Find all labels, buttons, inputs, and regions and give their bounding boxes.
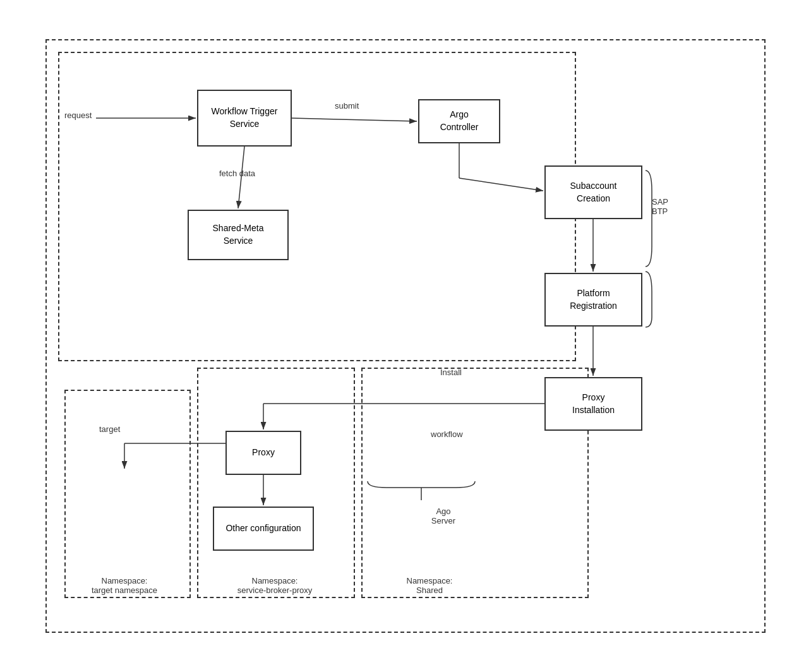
target-label: target bbox=[99, 424, 120, 434]
shared-meta-label: Shared-MetaService bbox=[213, 222, 264, 247]
proxy-box: Proxy bbox=[225, 431, 301, 475]
upper-region bbox=[58, 52, 576, 361]
platform-registration-label: PlatformRegistration bbox=[570, 287, 617, 312]
other-config-box: Other configuration bbox=[213, 507, 314, 551]
subaccount-creation-box: SubaccountCreation bbox=[544, 165, 642, 219]
workflow-label: workflow bbox=[431, 429, 463, 439]
argo-controller-box: ArgoController bbox=[418, 99, 500, 143]
install-label: Install bbox=[440, 368, 462, 377]
namespace-target-box bbox=[64, 390, 191, 598]
workflow-trigger-box: Workflow Trigger Service bbox=[197, 90, 292, 147]
ago-server-label: AgoServer bbox=[380, 507, 507, 525]
shared-meta-box: Shared-MetaService bbox=[188, 210, 289, 260]
other-config-label: Other configuration bbox=[225, 522, 301, 535]
platform-registration-box: PlatformRegistration bbox=[544, 273, 642, 327]
request-label: request bbox=[64, 111, 92, 120]
submit-label: submit bbox=[335, 101, 359, 111]
proxy-installation-box: ProxyInstallation bbox=[544, 377, 642, 431]
proxy-label: Proxy bbox=[252, 447, 275, 459]
argo-controller-label: ArgoController bbox=[440, 109, 479, 133]
fetch-data-label: fetch data bbox=[219, 169, 255, 178]
workflow-trigger-label: Workflow Trigger Service bbox=[198, 105, 291, 130]
namespace-target-label: Namespace:target namespace bbox=[68, 576, 181, 595]
proxy-installation-label: ProxyInstallation bbox=[572, 392, 615, 416]
namespace-proxy-label: Namespace:service-broker-proxy bbox=[202, 576, 347, 595]
subaccount-creation-label: SubaccountCreation bbox=[570, 180, 617, 205]
namespace-shared-label: Namespace:Shared bbox=[366, 576, 493, 595]
sap-btp-label: SAPBTP bbox=[652, 197, 668, 216]
namespace-proxy-box bbox=[197, 368, 355, 598]
diagram-container: Workflow Trigger Service ArgoController … bbox=[27, 27, 784, 645]
